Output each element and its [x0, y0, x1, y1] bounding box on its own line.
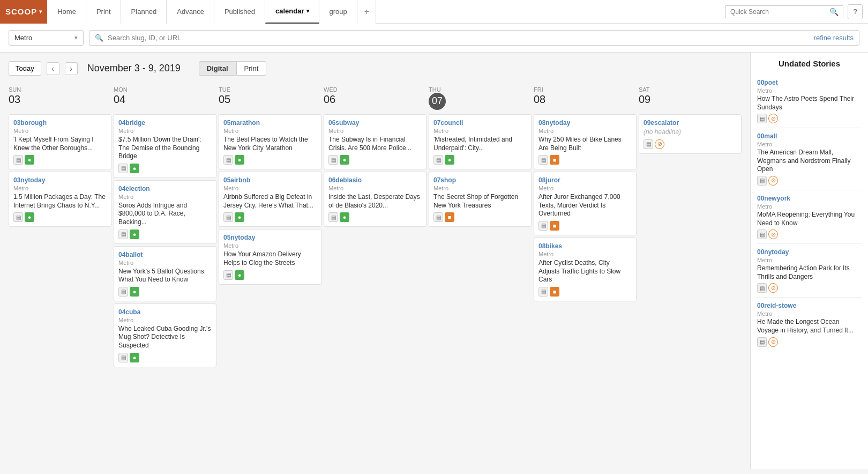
day-num-wed: 06	[324, 93, 426, 106]
nav-tab-advance[interactable]: Advance	[167, 0, 214, 24]
sidebar-icons: ▤ ⊘	[757, 114, 862, 123]
cancel-icon: ⊘	[655, 139, 664, 149]
sidebar-section: Metro	[757, 257, 862, 263]
card-icons: ▤ ●	[328, 212, 422, 222]
nav-tab-published[interactable]: Published	[214, 0, 265, 24]
card-headline: The Secret Shop of Forgotten New York Tr…	[433, 193, 527, 210]
story-card-05marathon[interactable]: 05marathon Metro The Best Places to Watc…	[219, 114, 321, 169]
card-section: Metro	[118, 317, 212, 323]
story-card-03nytoday[interactable]: 03nytoday Metro 1.5 Million Packages a D…	[9, 172, 111, 227]
story-card-08bikes[interactable]: 08bikes Metro After Cyclist Deaths, City…	[534, 238, 637, 301]
story-card-04bridge[interactable]: 04bridge Metro $7.5 Million 'Down the Dr…	[114, 114, 216, 178]
doc-icon: ▤	[223, 270, 233, 280]
doc-icon: ▤	[643, 139, 653, 149]
story-card-08juror[interactable]: 08juror Metro After Juror Exchanged 7,00…	[534, 172, 637, 235]
card-slug: 03borough	[13, 119, 107, 127]
day-col-sun: 03borough Metro 'I Kept Myself From Sayi…	[9, 114, 111, 227]
card-headline: 'I Kept Myself From Saying I Knew the Ot…	[13, 136, 107, 152]
sidebar-icons: ▤ ⊘	[757, 229, 862, 239]
today-button[interactable]: Today	[9, 61, 41, 76]
day-header-tue: Tue 05	[219, 84, 321, 112]
card-slug: 03nytoday	[13, 176, 107, 184]
story-card-05airbnb[interactable]: 05airbnb Metro Airbnb Suffered a Big Def…	[219, 172, 321, 227]
sidebar-item-00nytoday[interactable]: 00nytoday Metro Remembering Action Park …	[757, 244, 862, 298]
metro-label: Metro	[14, 34, 32, 42]
sidebar-headline: The American Dream Mall, Wegmans and Nor…	[757, 149, 862, 174]
top-nav: SCOOP ▾ Home Print Planned Advance Publi…	[0, 0, 868, 24]
card-slug: 08bikes	[538, 242, 632, 250]
card-section: Metro	[223, 242, 317, 249]
sidebar-item-00reid-stowe[interactable]: 00reid-stowe Metro He Made the Longest O…	[757, 298, 862, 351]
day-headers: Sun 03 Mon 04 Tue 05 Wed 06 Thu 07 Fri 0…	[9, 84, 742, 112]
day-col-thu: 07council Metro 'Mistreated, Intimidated…	[429, 114, 532, 227]
doc-icon: ▤	[223, 212, 233, 222]
green-check-icon: ●	[235, 270, 244, 280]
day-col-wed: 06subway Metro The Subway Is in Financia…	[324, 114, 426, 227]
story-card-06deblasio[interactable]: 06deblasio Metro Inside the Last, Desper…	[324, 172, 426, 227]
sidebar-section: Metro	[757, 310, 862, 317]
card-slug: 07council	[433, 119, 527, 127]
day-header-wed: Wed 06	[324, 84, 426, 112]
print-view-button[interactable]: Print	[236, 61, 267, 76]
sidebar-item-00mall[interactable]: 00mall Metro The American Dream Mall, We…	[757, 128, 862, 190]
story-card-09escalator[interactable]: 09escalator (no headline) ▤ ⊘	[639, 114, 742, 154]
story-card-04election[interactable]: 04election Metro Soros Adds Intrigue and…	[114, 180, 216, 244]
day-name-thu: Thu	[429, 86, 532, 93]
nav-tab-group[interactable]: group	[319, 0, 357, 24]
search-input-container[interactable]: 🔍 refine results	[89, 30, 859, 46]
search-input[interactable]	[108, 34, 810, 42]
story-card-07shop[interactable]: 07shop Metro The Secret Shop of Forgotte…	[429, 172, 532, 227]
card-headline: (no headline)	[643, 128, 737, 137]
nav-search-icon[interactable]: 🔍	[829, 8, 839, 16]
card-headline: The Best Places to Watch the New York Ci…	[223, 136, 317, 152]
sidebar-item-00poet[interactable]: 00poet Metro How The Astro Poets Spend T…	[757, 75, 862, 128]
prev-arrow-button[interactable]: ‹	[47, 62, 59, 75]
card-slug: 08juror	[538, 176, 632, 184]
sidebar-slug: 00newyork	[757, 195, 862, 202]
green-check-icon: ●	[130, 353, 139, 362]
cancel-icon: ⊘	[768, 176, 778, 186]
card-headline: 1.5 Million Packages a Day: The Internet…	[13, 193, 107, 210]
nav-tabs: Home Print Planned Advance Published cal…	[47, 0, 376, 24]
story-card-07council[interactable]: 07council Metro 'Mistreated, Intimidated…	[429, 114, 532, 169]
green-check-icon: ●	[340, 212, 349, 222]
nav-search-input[interactable]	[730, 8, 829, 16]
sidebar-slug: 00poet	[757, 79, 862, 86]
metro-select[interactable]: Metro ▾	[9, 30, 84, 46]
nav-tab-print[interactable]: Print	[86, 0, 121, 24]
story-card-03borough[interactable]: 03borough Metro 'I Kept Myself From Sayi…	[9, 114, 111, 169]
story-card-05nytoday[interactable]: 05nytoday Metro How Your Amazon Delivery…	[219, 229, 321, 284]
card-icons: ▤ ●	[118, 164, 212, 173]
nav-tab-add[interactable]: +	[357, 0, 376, 24]
nav-search-box[interactable]: 🔍	[725, 5, 843, 18]
card-headline: New York's 5 Ballot Questions: What You …	[118, 268, 212, 284]
green-check-icon: ●	[340, 155, 349, 165]
nav-tab-home[interactable]: Home	[47, 0, 86, 24]
green-check-icon: ●	[130, 229, 139, 239]
day-num-thu: 07	[429, 93, 446, 110]
card-slug: 05nytoday	[223, 234, 317, 241]
card-slug: 05airbnb	[223, 176, 317, 184]
scoop-logo[interactable]: SCOOP ▾	[0, 0, 47, 24]
story-card-04ballot[interactable]: 04ballot Metro New York's 5 Ballot Quest…	[114, 246, 216, 301]
card-slug: 05marathon	[223, 119, 317, 127]
sidebar-item-00newyork[interactable]: 00newyork Metro MoMA Reopening: Everythi…	[757, 190, 862, 244]
card-section: Metro	[223, 185, 317, 191]
card-slug: 04election	[118, 185, 212, 192]
cancel-icon: ⊘	[768, 283, 778, 293]
day-name-wed: Wed	[324, 86, 426, 93]
day-num-tue: 05	[219, 93, 321, 106]
next-arrow-button[interactable]: ›	[65, 62, 78, 75]
story-card-06subway[interactable]: 06subway Metro The Subway Is in Financia…	[324, 114, 426, 169]
cancel-icon: ⊘	[768, 114, 778, 123]
story-card-04cuba[interactable]: 04cuba Metro Who Leaked Cuba Gooding Jr.…	[114, 303, 216, 367]
card-section: Metro	[118, 260, 212, 266]
nav-tab-planned[interactable]: Planned	[121, 0, 167, 24]
orange-check-icon: ■	[550, 155, 559, 165]
story-card-08nytoday[interactable]: 08nytoday Metro Why 250 Miles of Bike La…	[534, 114, 637, 169]
day-num-sat: 09	[639, 93, 742, 106]
digital-view-button[interactable]: Digital	[199, 61, 236, 76]
help-button[interactable]: ?	[848, 4, 863, 19]
nav-tab-calendar[interactable]: calendar ▾	[265, 0, 319, 24]
refine-results-link[interactable]: refine results	[814, 34, 854, 42]
